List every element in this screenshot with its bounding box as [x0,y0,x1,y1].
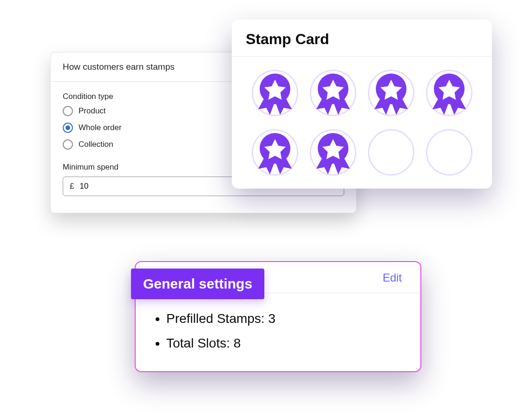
settings-header: General settings Edit [136,262,420,293]
radio-label: Collection [79,140,113,149]
stamp-badge-icon [365,66,418,119]
stamp-slot [252,129,298,176]
settings-body: Prefilled Stamps: 3Total Slots: 8 [136,293,420,371]
radio-label: Product [79,106,106,116]
settings-title-badge: General settings [131,269,264,299]
stamp-slot [310,70,356,116]
edit-button[interactable]: Edit [383,271,402,284]
radio-label: Whole order [79,123,122,132]
stamp-slot [426,129,472,176]
currency-symbol: £ [70,182,74,191]
settings-item: Prefilled Stamps: 3 [166,306,399,331]
stamp-slot [368,70,414,116]
radio-icon [63,106,73,116]
stamp-card: Stamp Card [232,20,492,189]
stamp-slot [310,129,356,176]
stamp-badge-icon [249,66,301,119]
stamp-slot [252,70,298,116]
general-settings-card: General settings Edit Prefilled Stamps: … [135,261,421,372]
stamp-grid [232,57,492,176]
stamp-slot [426,70,472,116]
stamp-badge-icon [307,126,360,179]
settings-item: Total Slots: 8 [166,331,399,355]
stamp-badge-icon [423,66,476,119]
stamp-badge-icon [307,66,360,119]
radio-icon [63,123,73,133]
stamp-slot [368,129,414,176]
stamp-card-title: Stamp Card [232,20,492,56]
radio-icon [63,139,73,150]
stamp-badge-icon [249,126,301,179]
